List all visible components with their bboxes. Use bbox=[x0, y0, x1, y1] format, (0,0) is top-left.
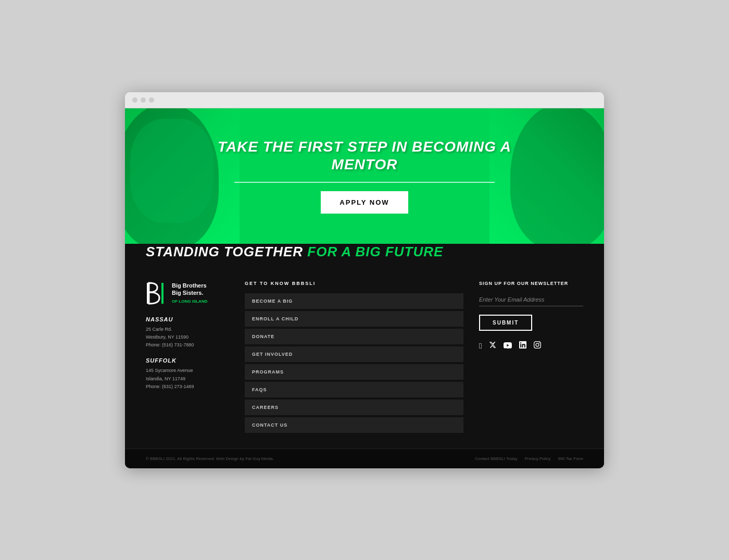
nav-item-faqs[interactable]: FAQS bbox=[245, 382, 463, 397]
nassau-line2: Westbury, NY 11590 bbox=[146, 334, 188, 340]
heading-white-part: STANDING TOGETHER bbox=[146, 244, 307, 259]
footer-middle-column: GET TO KNOW BBBSLI BECOME A BIG ENROLL A… bbox=[245, 281, 463, 433]
twitter-icon[interactable] bbox=[489, 341, 496, 350]
hero-center-content: TAKE THE FIRST STEP IN BECOMING A MENTOR… bbox=[198, 138, 531, 213]
footer-big-heading: STANDING TOGETHER FOR A BIG FUTURE bbox=[146, 244, 583, 260]
apply-now-button[interactable]: APPLY NOW bbox=[321, 191, 408, 214]
browser-window: TAKE THE FIRST STEP IN BECOMING A MENTOR… bbox=[125, 92, 604, 468]
nav-item-programs[interactable]: PROGRAMS bbox=[245, 364, 463, 380]
heading-green-part: FOR A BIG FUTURE bbox=[307, 244, 443, 259]
footer-links: Contact BBBSLI Today Privacy Policy 990 … bbox=[475, 456, 583, 461]
footer-link-990[interactable]: 990 Tax Form bbox=[558, 456, 583, 461]
logo-text: Big BrothersBig Sisters. OF LONG ISLAND bbox=[172, 282, 207, 304]
footer-content: STANDING TOGETHER FOR A BIG FUTURE bbox=[125, 244, 604, 468]
instagram-icon[interactable] bbox=[534, 341, 541, 350]
social-icons-row:  bbox=[479, 341, 583, 350]
footer-columns: Big BrothersBig Sisters. OF LONG ISLAND … bbox=[125, 265, 604, 449]
footer-link-contact[interactable]: Contact BBBSLI Today bbox=[475, 456, 517, 461]
footer-heading-row: STANDING TOGETHER FOR A BIG FUTURE bbox=[125, 244, 604, 265]
logo-area: Big BrothersBig Sisters. OF LONG ISLAND bbox=[146, 281, 229, 306]
suffolk-address: SUFFOLK 145 Sycamore Avenue Islandia, NY… bbox=[146, 357, 229, 391]
nassau-heading: NASSAU bbox=[146, 316, 229, 322]
nav-item-contact-us[interactable]: CONTACT US bbox=[245, 417, 463, 433]
nav-item-careers[interactable]: CAREERS bbox=[245, 400, 463, 415]
nav-menu: BECOME A BIG ENROLL A CHILD DONATE GET I… bbox=[245, 293, 463, 433]
newsletter-title: SIGN UP FOR OUR NEWSLETTER bbox=[479, 281, 583, 286]
footer-left-column: Big BrothersBig Sisters. OF LONG ISLAND … bbox=[146, 281, 229, 433]
nav-item-get-involved[interactable]: GET INVOLVED bbox=[245, 346, 463, 362]
nassau-line3: Phone: (516) 731-7880 bbox=[146, 342, 194, 347]
hero-divider bbox=[234, 182, 495, 183]
linkedin-icon[interactable] bbox=[519, 341, 526, 350]
browser-chrome bbox=[125, 92, 604, 108]
dot-yellow bbox=[141, 97, 146, 103]
suffolk-heading: SUFFOLK bbox=[146, 357, 229, 364]
bbbsli-logo-icon bbox=[146, 281, 167, 306]
youtube-icon[interactable] bbox=[504, 341, 512, 350]
nav-section-title: GET TO KNOW BBBSLI bbox=[245, 281, 463, 286]
footer-bottom-bar: © BBBSLI 2021. All Rights Reserved. Web … bbox=[125, 449, 604, 468]
suffolk-line2: Islandia, NY 11749 bbox=[146, 376, 185, 381]
nav-item-donate[interactable]: DONATE bbox=[245, 329, 463, 344]
nassau-line1: 25 Carle Rd. bbox=[146, 327, 172, 332]
nassau-address: NASSAU 25 Carle Rd. Westbury, NY 11590 P… bbox=[146, 316, 229, 350]
suffolk-address-text: 145 Sycamore Avenue Islandia, NY 11749 P… bbox=[146, 367, 229, 391]
copyright-text: © BBBSLI 2021. All Rights Reserved. Web … bbox=[146, 456, 274, 461]
org-name: Big BrothersBig Sisters. bbox=[172, 282, 207, 297]
email-input[interactable] bbox=[479, 293, 583, 306]
dot-red bbox=[132, 97, 137, 103]
org-sub-name: OF LONG ISLAND bbox=[172, 299, 207, 304]
dot-green bbox=[149, 97, 154, 103]
footer-link-privacy[interactable]: Privacy Policy bbox=[524, 456, 550, 461]
submit-button[interactable]: SUBMIT bbox=[479, 315, 532, 331]
facebook-icon[interactable]:  bbox=[479, 341, 482, 350]
nav-item-become-a-big[interactable]: BECOME A BIG bbox=[245, 293, 463, 309]
suffolk-line1: 145 Sycamore Avenue bbox=[146, 368, 193, 373]
nassau-address-text: 25 Carle Rd. Westbury, NY 11590 Phone: (… bbox=[146, 326, 229, 350]
hero-section: TAKE THE FIRST STEP IN BECOMING A MENTOR… bbox=[125, 108, 604, 244]
svg-rect-1 bbox=[161, 283, 164, 304]
footer-right-column: SIGN UP FOR OUR NEWSLETTER SUBMIT  bbox=[479, 281, 583, 433]
nav-item-enroll-a-child[interactable]: ENROLL A CHILD bbox=[245, 311, 463, 327]
hero-title: TAKE THE FIRST STEP IN BECOMING A MENTOR bbox=[208, 138, 521, 173]
suffolk-line3: Phone: (631) 273-1469 bbox=[146, 384, 194, 389]
